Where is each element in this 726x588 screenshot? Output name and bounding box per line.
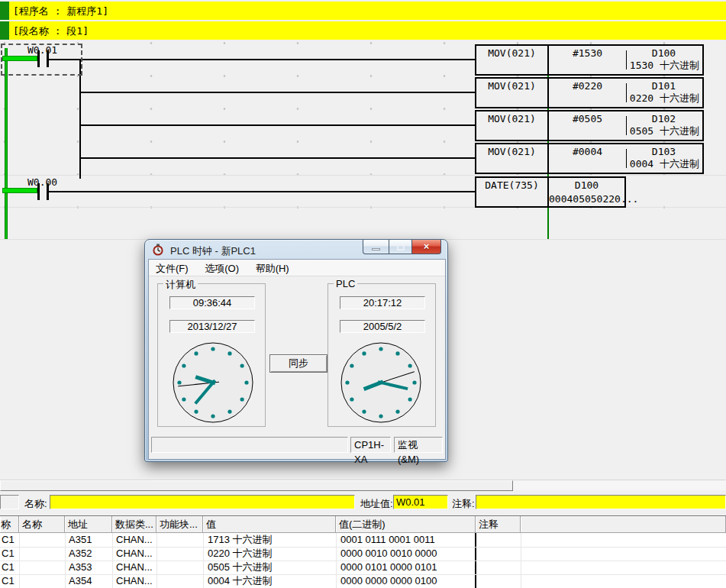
watch-row-4[interactable]: C1 A354 CHAN... 0004 十六进制 0000 0000 0000…	[0, 574, 726, 588]
computer-group: 计算机 09:36:44 2013/12/27	[157, 283, 266, 427]
cell-value[interactable]: 0004 十六进制	[208, 574, 273, 588]
cell-datatype[interactable]: CHAN...	[116, 574, 153, 588]
mov-instruction-3[interactable]: MOV(021) #0505 D102 0505 十六进制	[475, 110, 704, 141]
cell-value[interactable]: 0505 十六进制	[208, 561, 273, 574]
cell-plcname[interactable]: C1	[2, 547, 15, 561]
cell-binary[interactable]: 0000 0010 0010 0000	[340, 547, 437, 561]
plc-group: PLC 20:17:12 2005/5/2	[328, 283, 436, 427]
menu-help[interactable]: 帮助(H)	[249, 260, 296, 276]
mov-instruction-1[interactable]: MOV(021) #1530 D100 1530 十六进制	[475, 44, 704, 76]
cell-binary[interactable]: 0001 0111 0001 0011	[340, 533, 435, 547]
cell-plcname[interactable]: C1	[2, 574, 15, 588]
cell-value[interactable]: 0220 十六进制	[208, 547, 273, 561]
comment-label: 注释:	[452, 497, 475, 511]
address-label: 地址值:	[360, 497, 393, 511]
menu-file[interactable]: 文件(F)	[149, 260, 195, 276]
dialog-title: PLC 时钟 - 新PLC1	[170, 244, 256, 258]
cell-plcname[interactable]: C1	[2, 533, 15, 547]
instruction-operand1: #0505	[549, 113, 626, 124]
minimize-button[interactable]	[363, 240, 389, 254]
rung-margin-block	[0, 21, 9, 40]
name-input[interactable]	[50, 495, 355, 509]
branch-vertical-wire	[79, 59, 81, 179]
status-message-panel	[151, 437, 348, 453]
watch-row-2[interactable]: C1 A352 CHAN... 0220 十六进制 0000 0010 0010…	[0, 547, 726, 561]
col-binary[interactable]: 值(二进制)	[336, 516, 476, 533]
maximize-button[interactable]	[389, 240, 412, 254]
watch-row-1[interactable]: C1 A351 CHAN... 1713 十六进制 0001 0111 0001…	[0, 533, 726, 547]
watch-row-3[interactable]: C1 A353 CHAN... 0505 十六进制 0000 0101 0000…	[0, 561, 726, 574]
cell-binary[interactable]: 0000 0000 0000 0100	[340, 574, 437, 588]
mov-instruction-4[interactable]: MOV(021) #0004 D103 0004 十六进制	[475, 143, 704, 174]
contact-w000[interactable]	[37, 183, 40, 200]
grid-line	[0, 175, 726, 176]
instruction-operand1: #0220	[549, 80, 626, 92]
col-name[interactable]: 名称	[19, 516, 65, 533]
window-buttons: ×	[363, 240, 441, 254]
cell-address[interactable]: A354	[69, 574, 92, 588]
col-address[interactable]: 地址	[65, 516, 112, 533]
computer-time-field: 09:36:44	[169, 296, 255, 309]
operand-monitor-value: 0004 十六进制	[630, 157, 699, 171]
col-fb[interactable]: 功能块...	[156, 516, 203, 533]
plc-group-label: PLC	[334, 278, 357, 289]
left-power-rail	[5, 48, 8, 239]
date-instruction[interactable]: DATE(735) D100 000405050220...	[475, 176, 626, 208]
cell-datatype[interactable]: CHAN...	[116, 547, 153, 561]
watch-table-body: C1 A351 CHAN... 1713 十六进制 0001 0111 0001…	[0, 533, 726, 588]
branch-wire-3	[79, 124, 475, 126]
address-input[interactable]: W0.01	[393, 495, 448, 509]
close-button[interactable]: ×	[412, 240, 441, 254]
computer-date-field: 2013/12/27	[169, 320, 255, 333]
computer-analog-clock	[171, 341, 255, 425]
rung2-wire	[48, 191, 475, 192]
instruction-mnemonic: MOV(021)	[476, 80, 547, 92]
branch-wire-2	[79, 92, 475, 93]
program-name-text: [程序名 : 新程序1]	[13, 5, 108, 18]
watch-table-header: 称 名称 地址 数据类... 功能块... 值 值(二进制) 注释	[0, 516, 726, 533]
branch-wire-4	[79, 157, 475, 159]
cell-address[interactable]: A351	[69, 533, 92, 547]
col-datatype[interactable]: 数据类...	[112, 516, 156, 533]
instruction-operand1: #0004	[549, 146, 626, 157]
cell-value[interactable]: 1713 十六进制	[208, 533, 273, 547]
col-comment[interactable]: 注释	[476, 516, 521, 533]
cell-datatype[interactable]: CHAN...	[116, 533, 153, 547]
dialog-title-bar[interactable]: PLC 时钟 - 新PLC1 ×	[145, 240, 447, 259]
ladder-editor[interactable]: W0.01 W0.00 MOV(021) #1530 D100 1530 十六进…	[0, 40, 726, 239]
operand-monitor-value: 000405050220...	[549, 193, 624, 205]
energized-wire	[2, 188, 37, 193]
rung1-wire	[48, 59, 475, 60]
instruction-operand2: D101	[627, 80, 701, 92]
col-plcname[interactable]: 称	[0, 516, 19, 533]
instruction-operand2: D102	[627, 113, 701, 124]
status-plc-model: CP1H-XA	[350, 437, 391, 453]
col-empty	[521, 516, 726, 533]
cell-binary[interactable]: 0000 0101 0000 0101	[340, 561, 437, 574]
plc-time-field: 20:17:12	[340, 296, 425, 309]
horizontal-scrollbar-track[interactable]	[0, 480, 726, 490]
instruction-mnemonic: MOV(021)	[476, 47, 547, 59]
status-plc-mode: 监视(&M)	[394, 437, 443, 453]
computer-group-label: 计算机	[163, 278, 198, 292]
close-icon: ×	[412, 241, 440, 252]
cell-plcname[interactable]: C1	[2, 561, 15, 574]
cell-datatype[interactable]: CHAN...	[116, 561, 153, 574]
program-name-bar: [程序名 : 新程序1]	[0, 2, 726, 20]
watch-corner-cell	[0, 495, 19, 509]
mov-instruction-2[interactable]: MOV(021) #0220 D101 0220 十六进制	[475, 77, 704, 108]
horizontal-scrollbar-thumb[interactable]	[0, 480, 513, 491]
instruction-mnemonic: DATE(735)	[476, 179, 547, 191]
sync-button[interactable]: 同步	[269, 354, 328, 373]
contact-w000[interactable]	[47, 183, 49, 200]
plc-clock-dialog: PLC 时钟 - 新PLC1 × 文件(F) 选项(O) 帮助(H) 计算机 0…	[144, 239, 448, 462]
menu-options[interactable]: 选项(O)	[198, 260, 246, 276]
clock-icon	[152, 244, 164, 256]
comment-input[interactable]	[476, 495, 726, 509]
instruction-operand2: D100	[627, 47, 701, 59]
cell-address[interactable]: A352	[69, 547, 92, 561]
col-value[interactable]: 值	[203, 516, 336, 533]
app-window: [程序名 : 新程序1] [段名称 : 段1] W0.01 W0.00	[0, 0, 726, 588]
maximize-icon	[397, 244, 405, 250]
cell-address[interactable]: A353	[69, 561, 92, 574]
